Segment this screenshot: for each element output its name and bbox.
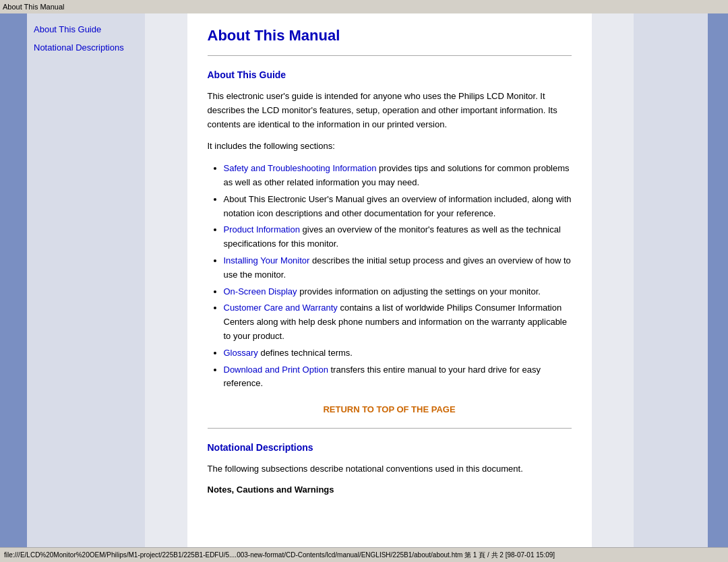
content-area: About This Manual About This Guide This … <box>145 13 634 547</box>
page-title: About This Manual <box>208 27 572 44</box>
list-item: Product Information gives an overview of… <box>224 223 572 251</box>
list-item-text-4: provides information on adjusting the se… <box>297 286 541 296</box>
link-product[interactable]: Product Information <box>224 224 300 235</box>
list-item: About This Electronic User's Manual give… <box>224 193 572 221</box>
left-accent-bar <box>0 13 27 547</box>
sidebar: About This Guide Notational Descriptions <box>27 13 145 547</box>
title-bar: About This Manual <box>0 0 728 13</box>
notational-para: The following subsections describe notat… <box>208 462 572 476</box>
notational-heading: Notational Descriptions <box>208 442 572 453</box>
list-item: Safety and Troubleshooting Information p… <box>224 162 572 190</box>
sidebar-item-notational[interactable]: Notational Descriptions <box>34 42 138 53</box>
list-item: On-Screen Display provides information o… <box>224 285 572 299</box>
link-customer-care[interactable]: Customer Care and Warranty <box>224 303 338 313</box>
list-item-text-6: defines technical terms. <box>258 348 353 358</box>
list-item-text-1: About This Electronic User's Manual give… <box>224 194 572 218</box>
title-bar-text: About This Manual <box>3 3 65 11</box>
notes-subheading: Notes, Cautions and Warnings <box>208 485 572 495</box>
link-osd[interactable]: On-Screen Display <box>224 286 297 296</box>
status-bar: file:///E/LCD%20Monitor%20OEM/Philips/M1… <box>0 547 728 562</box>
status-bar-text: file:///E/LCD%20Monitor%20OEM/Philips/M1… <box>4 551 555 560</box>
link-download-print[interactable]: Download and Print Option <box>224 365 328 375</box>
bottom-divider <box>208 428 572 429</box>
right-accent1-bar <box>634 13 708 547</box>
list-item: Customer Care and Warranty contains a li… <box>224 301 572 343</box>
sidebar-item-about-guide[interactable]: About This Guide <box>34 24 138 34</box>
return-to-top[interactable]: RETURN TO TOP OF THE PAGE <box>208 404 572 414</box>
about-guide-heading: About This Guide <box>208 69 572 80</box>
about-guide-para1: This electronic user's guide is intended… <box>208 90 572 131</box>
link-glossary[interactable]: Glossary <box>224 348 258 358</box>
link-safety[interactable]: Safety and Troubleshooting Information <box>224 163 377 173</box>
top-divider <box>208 55 572 56</box>
link-installing[interactable]: Installing Your Monitor <box>224 255 310 266</box>
list-item: Glossary defines technical terms. <box>224 346 572 361</box>
list-item: Installing Your Monitor describes the in… <box>224 254 572 282</box>
about-guide-para2: It includes the following sections: <box>208 139 572 154</box>
right-accent2-bar <box>708 13 728 547</box>
list-item: Download and Print Option transfers this… <box>224 363 572 392</box>
content-list: Safety and Troubleshooting Information p… <box>208 162 572 391</box>
content-inner: About This Manual About This Guide This … <box>187 13 592 547</box>
main-layout: About This Guide Notational Descriptions… <box>0 13 728 547</box>
